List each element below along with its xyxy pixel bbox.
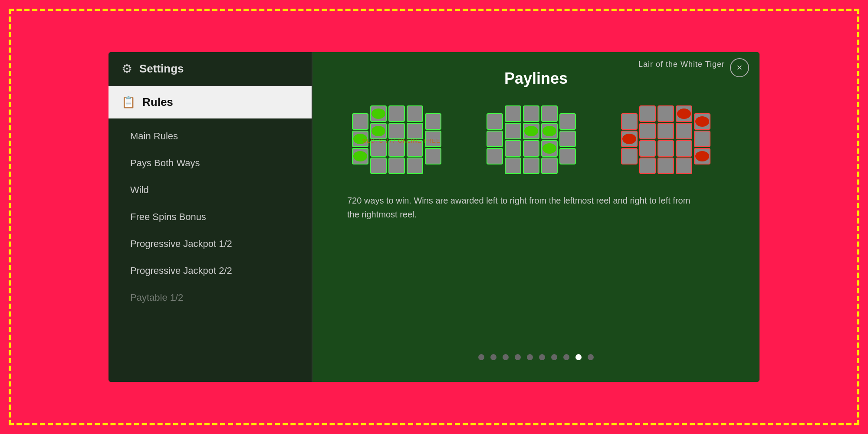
svg-rect-47 [640, 123, 655, 139]
diagram-middle [486, 105, 586, 176]
pagination-dot-5[interactable] [539, 354, 545, 360]
svg-rect-0 [352, 114, 368, 129]
watermark: SLOTS 777 ONLINE FREE [362, 138, 440, 144]
svg-rect-14 [407, 158, 423, 174]
pagination-dot-8[interactable] [575, 354, 582, 360]
svg-rect-57 [676, 158, 692, 174]
pagination-dot-4[interactable] [527, 354, 533, 360]
svg-rect-10 [389, 158, 404, 174]
content-area: Lair of the White Tiger × Paylines [312, 52, 760, 382]
svg-rect-24 [487, 148, 503, 164]
rules-label: Rules [142, 95, 173, 109]
sidebar-item-progressive-jackpot-2[interactable]: Progressive Jackpot 2/2 [108, 257, 312, 284]
svg-rect-46 [640, 106, 655, 122]
description-text: 720 ways to win. Wins are awarded left t… [347, 194, 694, 221]
svg-rect-33 [542, 106, 557, 122]
sidebar-item-main-rules[interactable]: Main Rules [108, 123, 312, 150]
sidebar-item-pays-both-ways[interactable]: Pays Both Ways [108, 150, 312, 177]
svg-rect-6 [371, 158, 386, 174]
sidebar-rules-section[interactable]: 📋 Rules [108, 86, 312, 118]
svg-rect-15 [425, 114, 441, 129]
sidebar-item-free-spins-bonus[interactable]: Free Spins Bonus [108, 204, 312, 230]
svg-rect-59 [694, 131, 710, 147]
svg-rect-50 [658, 106, 674, 122]
sidebar: ⚙ Settings 📋 Rules Main Rules Pays Both … [108, 52, 312, 382]
svg-rect-51 [658, 123, 674, 139]
pagination-dot-3[interactable] [515, 354, 521, 360]
svg-rect-28 [505, 158, 521, 174]
svg-rect-29 [523, 106, 539, 122]
svg-point-41 [542, 143, 556, 154]
svg-rect-53 [658, 158, 674, 174]
svg-point-63 [622, 134, 636, 144]
pagination-dot-2[interactable] [503, 354, 509, 360]
diagrams-row: SLOTS 777 ONLINE FREE [330, 105, 742, 176]
close-button[interactable]: × [730, 58, 749, 77]
svg-rect-26 [505, 123, 521, 139]
svg-rect-7 [389, 106, 404, 122]
page-title: Paylines [330, 69, 742, 88]
svg-rect-45 [621, 148, 637, 164]
svg-rect-48 [640, 141, 655, 156]
settings-label: Settings [139, 62, 184, 76]
pagination-dot-0[interactable] [478, 354, 484, 360]
svg-point-19 [372, 126, 385, 136]
svg-rect-38 [560, 131, 575, 147]
svg-rect-11 [407, 106, 423, 122]
outer-border: ⚙ Settings 📋 Rules Main Rules Pays Both … [9, 9, 859, 425]
main-window: ⚙ Settings 📋 Rules Main Rules Pays Both … [108, 52, 760, 382]
svg-rect-43 [621, 114, 637, 129]
svg-rect-55 [676, 123, 692, 139]
svg-rect-49 [640, 158, 655, 174]
pagination-dot-1[interactable] [490, 354, 496, 360]
sidebar-item-paytable-1[interactable]: Paytable 1/2 [108, 284, 312, 311]
svg-rect-23 [487, 131, 503, 147]
gear-icon: ⚙ [122, 62, 132, 76]
svg-rect-32 [523, 158, 539, 174]
svg-point-40 [524, 126, 538, 136]
svg-rect-39 [560, 148, 575, 164]
sidebar-menu: Main Rules Pays Both Ways Wild Free Spin… [108, 118, 312, 316]
svg-point-18 [353, 151, 367, 161]
svg-point-64 [695, 151, 709, 161]
svg-point-42 [542, 126, 556, 136]
svg-rect-25 [505, 106, 521, 122]
game-title: Lair of the White Tiger [638, 60, 725, 69]
sidebar-settings-section[interactable]: ⚙ Settings [108, 52, 312, 86]
svg-point-21 [372, 108, 385, 119]
rules-icon: 📋 [122, 95, 135, 109]
svg-point-62 [677, 108, 691, 119]
svg-rect-37 [560, 114, 575, 129]
svg-rect-12 [407, 123, 423, 139]
svg-rect-56 [676, 141, 692, 156]
svg-rect-52 [658, 141, 674, 156]
svg-rect-27 [505, 141, 521, 156]
diagram-left-to-right: SLOTS 777 ONLINE FREE [352, 105, 451, 176]
pagination [330, 354, 742, 369]
pagination-dot-6[interactable] [551, 354, 557, 360]
sidebar-item-wild[interactable]: Wild [108, 177, 312, 204]
svg-rect-17 [425, 148, 441, 164]
svg-rect-36 [542, 158, 557, 174]
svg-rect-22 [487, 114, 503, 129]
pagination-dot-9[interactable] [588, 354, 594, 360]
sidebar-item-progressive-jackpot-1[interactable]: Progressive Jackpot 1/2 [108, 230, 312, 257]
svg-rect-31 [523, 141, 539, 156]
pagination-dot-7[interactable] [563, 354, 569, 360]
diagram-right-to-left [621, 105, 720, 176]
svg-rect-8 [389, 123, 404, 139]
svg-point-61 [695, 116, 709, 127]
